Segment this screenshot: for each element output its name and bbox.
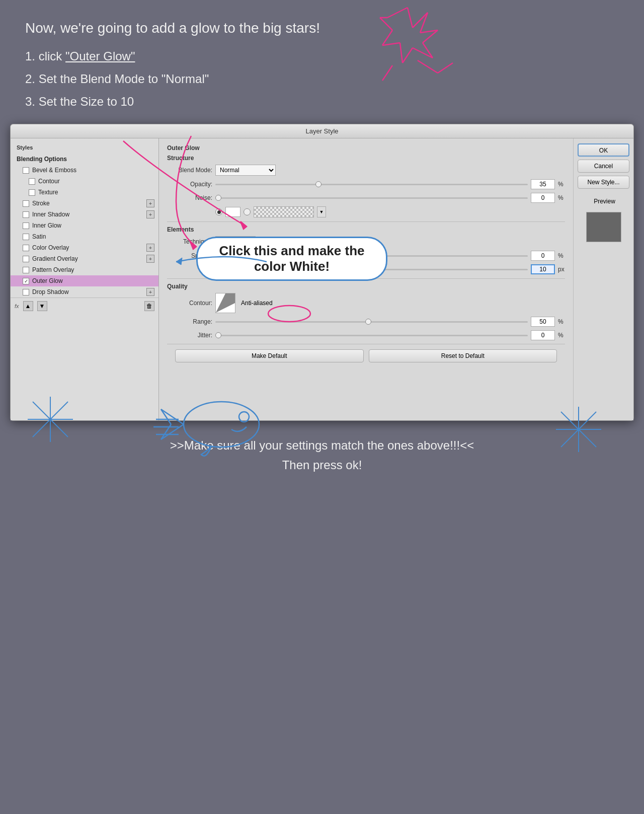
contour-row: Contour: Anti-aliased (167, 293, 565, 313)
sidebar-item-drop-shadow[interactable]: Drop Shadow + (11, 286, 158, 298)
gradient-radio[interactable] (244, 208, 251, 215)
bevel-emboss-checkbox[interactable] (23, 167, 29, 174)
noise-label: Noise: (167, 194, 212, 201)
range-slider[interactable] (215, 318, 528, 326)
noise-row: Noise: % (167, 193, 565, 203)
sidebar-item-inner-shadow[interactable]: Inner Shadow + (11, 209, 158, 220)
color-overlay-checkbox[interactable] (23, 245, 29, 251)
elements-title: Elements (167, 226, 565, 233)
sidebar-item-bevel-emboss[interactable]: Bevel & Emboss (11, 165, 158, 176)
noise-input[interactable] (531, 193, 555, 203)
drop-shadow-checkbox[interactable] (23, 289, 29, 295)
sidebar-item-color-overlay[interactable]: Color Overlay + (11, 242, 158, 253)
blend-mode-row: Blend Mode: Normal Dissolve Multiply Scr… (167, 165, 565, 176)
bevel-emboss-label: Bevel & Emboss (32, 167, 76, 174)
drop-shadow-plus-btn[interactable]: + (146, 288, 154, 296)
noise-thumb[interactable] (215, 195, 221, 201)
outer-glow-checkbox[interactable] (23, 278, 29, 284)
cancel-button[interactable]: Cancel (578, 160, 629, 173)
satin-label: Satin (32, 233, 46, 240)
move-down-button[interactable]: ▼ (37, 301, 47, 311)
pattern-overlay-label: Pattern Overlay (32, 266, 74, 273)
preview-label: Preview (594, 198, 615, 205)
structure-title: Structure (167, 155, 565, 162)
range-row: Range: % (167, 317, 565, 327)
sidebar-item-stroke[interactable]: Stroke + (11, 198, 158, 209)
gradient-overlay-label: Gradient Overlay (32, 255, 78, 262)
preview-area: Preview (578, 198, 629, 242)
opacity-row: Opacity: % (167, 179, 565, 189)
spread-unit: % (558, 252, 565, 259)
quality-title: Quality (167, 283, 565, 290)
move-up-button[interactable]: ▲ (23, 301, 33, 311)
jitter-input[interactable] (531, 330, 555, 340)
sidebar-item-satin[interactable]: Satin (11, 231, 158, 242)
jitter-label: Jitter: (167, 332, 212, 339)
sidebar-item-pattern-overlay[interactable]: Pattern Overlay (11, 264, 158, 275)
spread-input[interactable] (531, 251, 555, 261)
new-style-button[interactable]: New Style... (578, 176, 629, 189)
jitter-row: Jitter: % (167, 330, 565, 340)
step-1: 1. click "Outer Glow" (25, 46, 619, 67)
inner-glow-label: Inner Glow (32, 222, 61, 229)
noise-unit: % (558, 194, 565, 201)
size-input[interactable] (531, 264, 555, 274)
sidebar-item-outer-glow[interactable]: Outer Glow (11, 275, 158, 286)
color-dropdown-btn[interactable]: ▼ (317, 206, 326, 217)
color-overlay-label: Color Overlay (32, 244, 69, 251)
annotation-bubble-text: Click this and make the color White! (219, 243, 365, 274)
inner-shadow-plus-btn[interactable]: + (146, 210, 154, 218)
pattern-overlay-checkbox[interactable] (23, 267, 29, 273)
ok-button[interactable]: OK (578, 143, 629, 157)
contour-checkbox[interactable] (29, 178, 35, 185)
steps-list: 1. click "Outer Glow" 2. Set the Blend M… (25, 46, 619, 112)
color-swatch-gradient[interactable] (254, 206, 314, 217)
sidebar-item-gradient-overlay[interactable]: Gradient Overlay + (11, 253, 158, 264)
contour-preview[interactable] (215, 293, 235, 313)
inner-shadow-checkbox[interactable] (23, 211, 29, 218)
range-input[interactable] (531, 317, 555, 327)
gradient-overlay-plus-btn[interactable]: + (146, 255, 154, 263)
stroke-label: Stroke (32, 200, 50, 207)
step-3: 3. Set the Size to 10 (25, 92, 619, 112)
jitter-thumb[interactable] (215, 332, 221, 338)
opacity-label: Opacity: (167, 181, 212, 188)
noise-slider[interactable] (215, 194, 528, 202)
color-overlay-plus-btn[interactable]: + (146, 244, 154, 252)
sidebar-item-texture[interactable]: Texture (11, 187, 158, 198)
blend-mode-label: Blend Mode: (167, 167, 212, 174)
jitter-slider[interactable] (215, 331, 528, 339)
sidebar-item-inner-glow[interactable]: Inner Glow (11, 220, 158, 231)
bottom-text1: >>Make sure all your settings match the … (25, 436, 619, 455)
inner-glow-checkbox[interactable] (23, 223, 29, 229)
outer-glow-title: Outer Glow (167, 144, 565, 152)
gradient-overlay-checkbox[interactable] (23, 256, 29, 262)
texture-checkbox[interactable] (29, 189, 35, 196)
range-label: Range: (167, 318, 212, 325)
jitter-unit: % (558, 332, 565, 339)
blend-mode-select[interactable]: Normal Dissolve Multiply Screen Overlay (215, 165, 276, 176)
opacity-thumb[interactable] (315, 181, 321, 187)
delete-style-button[interactable]: 🗑 (144, 301, 154, 311)
panel-footer: fx ▲ ▼ 🗑 (11, 298, 158, 314)
step-2: 2. Set the Blend Mode to "Normal" (25, 69, 619, 90)
reset-default-button[interactable]: Reset to Default (369, 349, 557, 362)
inner-shadow-label: Inner Shadow (32, 211, 69, 218)
outer-glow-label: Outer Glow (32, 277, 63, 284)
opacity-slider[interactable] (215, 180, 528, 188)
stroke-checkbox[interactable] (23, 200, 29, 207)
headline: Now, we're going to add a glow to the bi… (25, 20, 619, 36)
contour-label: Contour: (167, 300, 212, 307)
make-default-button[interactable]: Make Default (175, 349, 364, 362)
contour-label: Contour (38, 178, 60, 185)
satin-checkbox[interactable] (23, 234, 29, 240)
preview-swatch (586, 212, 621, 242)
sidebar-item-contour[interactable]: Contour (11, 176, 158, 187)
sidebar-item-blending-options[interactable]: Blending Options (11, 154, 158, 165)
dialog-title: Layer Style (305, 127, 338, 135)
opacity-input[interactable] (531, 179, 555, 189)
range-thumb[interactable] (365, 319, 371, 325)
solid-color-radio[interactable] (215, 208, 222, 215)
color-swatch-white[interactable] (225, 207, 240, 217)
stroke-plus-btn[interactable]: + (146, 199, 154, 207)
